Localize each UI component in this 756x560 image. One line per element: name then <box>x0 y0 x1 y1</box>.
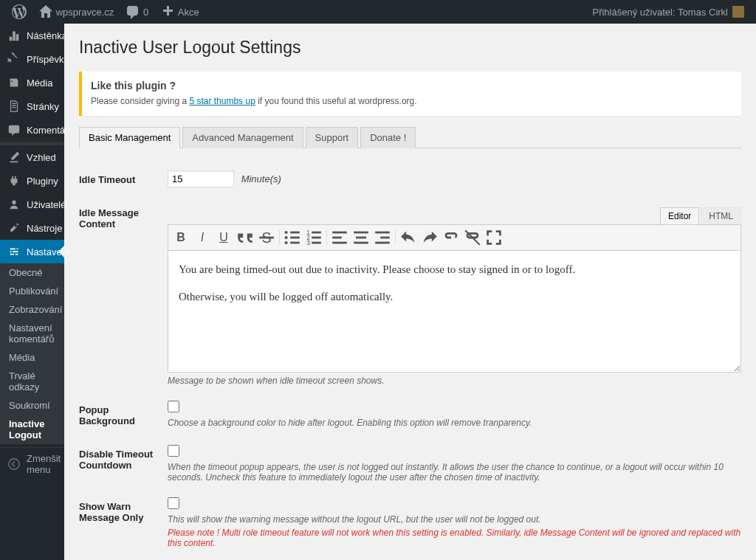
user-icon <box>7 198 21 211</box>
new-content-link[interactable]: Akce <box>154 0 205 24</box>
sidebar-item-label: Vzhled <box>27 152 56 163</box>
notice-text-post: if you found this useful at wordpress.or… <box>255 96 417 106</box>
fullscreen-button[interactable] <box>484 227 504 248</box>
notice-heading: Like this plugin ? <box>91 80 732 91</box>
sidebar-item-label: Média <box>27 77 52 89</box>
sidebar-item-comment[interactable]: Komentáře <box>0 118 64 142</box>
align-right-button[interactable] <box>372 227 393 248</box>
sidebar-item-label: Příspěvky <box>27 54 69 65</box>
undo-button[interactable] <box>398 227 419 248</box>
sidebar-item-label: Uživatelé <box>27 199 66 210</box>
warn-only-checkbox[interactable] <box>168 497 179 509</box>
rating-notice: Like this plugin ? Please consider givin… <box>79 72 741 116</box>
sidebar-item-settings[interactable]: Nastavení <box>0 240 64 263</box>
svg-rect-21 <box>375 231 390 233</box>
sidebar-item-label: Stránky <box>27 101 59 112</box>
svg-point-7 <box>285 241 288 244</box>
sidebar-item-plugin[interactable]: Pluginy <box>0 169 64 193</box>
plugin-icon <box>7 174 21 187</box>
submenu-item[interactable]: Obecné <box>0 263 64 282</box>
bullet-list-button[interactable] <box>282 227 303 248</box>
user-account-link[interactable]: Přihlášený uživatel: Tomas Cirkl <box>586 0 750 24</box>
idle-message-label: Idle Message Content <box>79 196 168 393</box>
idle-timeout-label: Idle Timeout <box>79 163 168 196</box>
warn-only-note: Please note ! Multi role timeout feature… <box>168 528 741 548</box>
submenu-item[interactable]: Zobrazování <box>0 300 64 319</box>
collapse-menu[interactable]: Zmenšit menu <box>0 447 64 480</box>
strikethrough-button[interactable]: S <box>256 227 277 248</box>
svg-point-1 <box>9 459 19 469</box>
sidebar-item-tools[interactable]: Nástroje <box>0 216 64 240</box>
notice-text-pre: Please consider giving a <box>91 96 189 106</box>
popup-bg-desc: Choose a background color to hide after … <box>168 418 741 428</box>
submenu-item[interactable]: Nastavení komentářů <box>0 319 64 348</box>
idle-timeout-input[interactable] <box>168 170 234 187</box>
svg-rect-15 <box>332 231 347 233</box>
unlink-button[interactable] <box>462 227 483 248</box>
svg-text:S: S <box>261 229 271 246</box>
wordpress-icon <box>12 4 27 19</box>
page-title: Inactive User Logout Settings <box>79 31 741 61</box>
sidebar-item-user[interactable]: Uživatelé <box>0 193 64 216</box>
underline-button[interactable]: U <box>213 227 234 248</box>
svg-point-3 <box>285 231 288 234</box>
wp-logo[interactable] <box>6 0 32 24</box>
disable-countdown-desc: When the timeout popup appears, the user… <box>168 462 741 483</box>
svg-rect-17 <box>332 241 347 243</box>
appearance-icon <box>7 151 21 164</box>
submenu-item[interactable]: Média <box>0 348 64 367</box>
editor-caption: Message to be shown when idle timeout sc… <box>168 376 741 386</box>
svg-rect-19 <box>356 236 366 238</box>
disable-countdown-checkbox[interactable] <box>168 445 179 457</box>
submenu-item[interactable]: Trvalé odkazy <box>0 367 64 396</box>
redo-button[interactable] <box>419 227 440 248</box>
align-center-button[interactable] <box>351 227 371 248</box>
align-left-button[interactable] <box>329 227 350 248</box>
tab-support[interactable]: Support <box>306 127 359 148</box>
svg-rect-4 <box>290 231 300 233</box>
page-icon <box>7 100 21 113</box>
sidebar-item-pin[interactable]: Příspěvky <box>0 47 64 71</box>
popup-bg-checkbox[interactable] <box>168 401 179 412</box>
site-name: wpspravce.cz <box>56 7 114 18</box>
link-button[interactable] <box>441 227 461 248</box>
popup-bg-label: Popup Background <box>79 393 168 438</box>
submenu-item[interactable]: Inactive Logout <box>0 415 64 444</box>
sidebar-item-appearance[interactable]: Vzhled <box>0 145 64 169</box>
idle-timeout-unit: Minute(s) <box>241 173 281 184</box>
italic-button[interactable]: I <box>192 227 213 248</box>
comment-icon <box>126 4 140 19</box>
editor-p2: Otherwise, you will be logged off automa… <box>179 288 730 305</box>
number-list-button[interactable]: 123 <box>303 227 324 248</box>
svg-point-0 <box>12 201 16 204</box>
bold-button[interactable]: B <box>171 227 191 248</box>
svg-point-5 <box>285 236 288 239</box>
svg-rect-8 <box>290 241 300 243</box>
editor-toolbar: B I U S 123 <box>168 224 741 251</box>
editor-body[interactable]: You are being timed-out out due to inact… <box>168 251 741 373</box>
submenu-item[interactable]: Soukromí <box>0 396 64 415</box>
submenu-item[interactable]: Publikování <box>0 282 64 300</box>
sidebar-item-media[interactable]: Média <box>0 71 64 94</box>
svg-text:3: 3 <box>306 239 310 246</box>
svg-rect-14 <box>312 241 321 243</box>
settings-icon <box>7 245 21 258</box>
svg-rect-10 <box>312 231 321 233</box>
concurrent-label: Disable Concurrent Logins <box>79 556 168 560</box>
comment-icon <box>7 123 21 136</box>
site-name-link[interactable]: wpspravce.cz <box>32 0 120 24</box>
tab-advanced-management[interactable]: Advanced Management <box>182 127 303 148</box>
rating-link[interactable]: 5 star thumbs up <box>189 96 255 106</box>
tab-basic-management[interactable]: Basic Management <box>79 127 180 148</box>
editor-tab-visual[interactable]: Editor <box>660 207 699 224</box>
editor-tab-html[interactable]: HTML <box>701 207 741 224</box>
tab-donate-[interactable]: Donate ! <box>360 127 416 148</box>
user-greeting: Přihlášený uživatel: <box>592 7 675 18</box>
comments-link[interactable]: 0 <box>120 0 154 24</box>
svg-rect-6 <box>290 236 300 238</box>
media-icon <box>7 76 21 89</box>
sidebar-item-page[interactable]: Stránky <box>0 94 64 118</box>
avatar <box>732 6 744 18</box>
quote-button[interactable] <box>235 227 255 248</box>
sidebar-item-dashboard[interactable]: Nástěnka <box>0 24 64 47</box>
